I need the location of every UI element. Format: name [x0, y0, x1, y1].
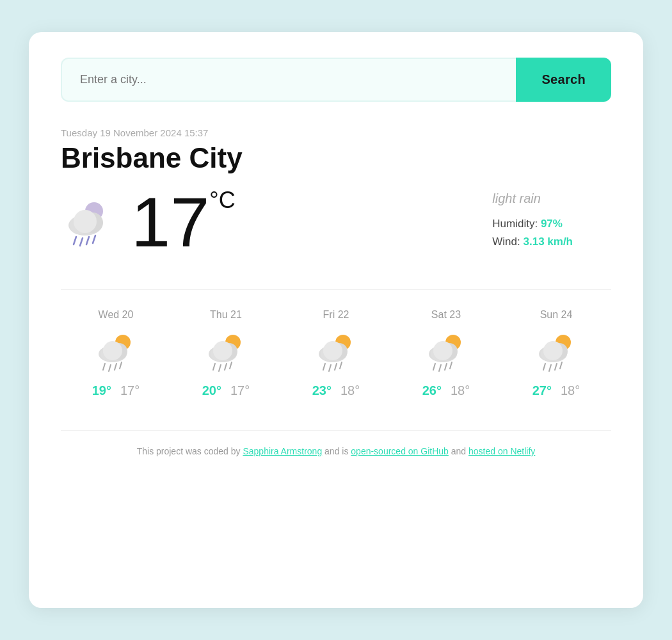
- forecast-high-0: 19°: [92, 383, 111, 398]
- forecast-label-3: Sat 23: [431, 309, 461, 321]
- svg-line-35: [340, 362, 342, 369]
- svg-point-22: [213, 341, 232, 360]
- weather-right: light rain Humidity: 97% Wind: 3.13 km/h: [492, 191, 611, 253]
- date-display: Tuesday 19 November 2024 15:37: [61, 127, 611, 138]
- svg-line-43: [445, 364, 447, 370]
- forecast-day-4: Sun 24 27°18°: [501, 309, 611, 398]
- forecast-day-3: Sat 23 26°18°: [391, 309, 501, 398]
- search-row: Search: [61, 58, 611, 102]
- svg-line-34: [335, 364, 337, 370]
- current-weather-icon: [61, 193, 118, 251]
- svg-point-4: [74, 210, 97, 233]
- svg-line-16: [115, 364, 116, 370]
- svg-line-41: [433, 364, 435, 370]
- city-name: Brisbane City: [61, 142, 611, 174]
- footer-text-before: This project was coded by: [137, 446, 243, 456]
- forecast-day-2: Fri 22 23°18°: [281, 309, 391, 398]
- svg-line-32: [323, 364, 325, 370]
- footer-text-mid: and is: [322, 446, 351, 456]
- svg-line-50: [543, 364, 545, 370]
- forecast-day-1: Thu 21 20°17°: [171, 309, 281, 398]
- forecast-label-1: Thu 21: [210, 309, 242, 321]
- weather-card: Search Tuesday 19 November 2024 15:37 Br…: [29, 32, 643, 608]
- forecast-low-4: 18°: [561, 383, 580, 398]
- humidity-row: Humidity: 97%: [492, 218, 573, 230]
- current-weather-section: 17°C light rain Humidity: 97% Wind: 3.13…: [61, 187, 611, 257]
- svg-point-40: [433, 341, 452, 360]
- forecast-low-1: 17°: [230, 383, 250, 398]
- github-link[interactable]: open-sourced on GitHub: [351, 446, 449, 456]
- forecast-icon-1: [204, 328, 248, 376]
- svg-line-25: [225, 364, 227, 370]
- svg-line-14: [103, 364, 105, 370]
- netlify-link[interactable]: hosted on Netlify: [468, 446, 535, 456]
- svg-line-8: [93, 236, 95, 243]
- search-button[interactable]: Search: [516, 58, 611, 102]
- svg-line-44: [450, 362, 452, 369]
- svg-line-7: [86, 237, 89, 244]
- forecast-high-1: 20°: [202, 383, 221, 398]
- current-temperature: 17°C: [131, 187, 236, 257]
- forecast-low-0: 17°: [120, 383, 140, 398]
- svg-line-42: [439, 365, 441, 371]
- forecast-low-3: 18°: [451, 383, 470, 398]
- svg-point-31: [323, 341, 342, 360]
- svg-line-23: [213, 364, 215, 370]
- forecast-high-4: 27°: [532, 383, 552, 398]
- svg-line-52: [555, 364, 557, 370]
- svg-line-33: [329, 365, 331, 371]
- condition-label: light rain: [492, 191, 573, 206]
- forecast-day-0: Wed 20 19°17°: [61, 309, 171, 398]
- svg-line-24: [219, 365, 221, 371]
- weather-left: 17°C: [61, 187, 236, 257]
- forecast-icon-2: [314, 328, 358, 376]
- forecast-high-3: 26°: [422, 383, 442, 398]
- forecast-label-2: Fri 22: [323, 309, 349, 321]
- forecast-low-2: 18°: [340, 383, 360, 398]
- forecast-high-2: 23°: [312, 383, 332, 398]
- footer: This project was coded by Sapphira Armst…: [61, 430, 611, 456]
- forecast-icon-3: [424, 328, 468, 376]
- author-link[interactable]: Sapphira Armstrong: [243, 446, 322, 456]
- svg-line-15: [109, 365, 111, 371]
- forecast-label-0: Wed 20: [99, 309, 134, 321]
- svg-point-49: [543, 341, 563, 360]
- svg-point-13: [103, 341, 122, 360]
- svg-line-53: [560, 362, 562, 369]
- svg-line-17: [120, 362, 122, 369]
- footer-text-end: and: [449, 446, 468, 456]
- city-search-input[interactable]: [61, 58, 516, 102]
- svg-line-5: [74, 237, 76, 244]
- forecast-icon-4: [534, 328, 579, 376]
- forecast-section: Wed 20 19°17°Thu 21: [61, 289, 611, 398]
- svg-line-51: [549, 365, 551, 371]
- svg-line-6: [80, 238, 83, 246]
- svg-line-26: [230, 362, 232, 369]
- forecast-label-4: Sun 24: [540, 309, 573, 321]
- wind-row: Wind: 3.13 km/h: [492, 236, 573, 248]
- forecast-icon-0: [93, 328, 138, 376]
